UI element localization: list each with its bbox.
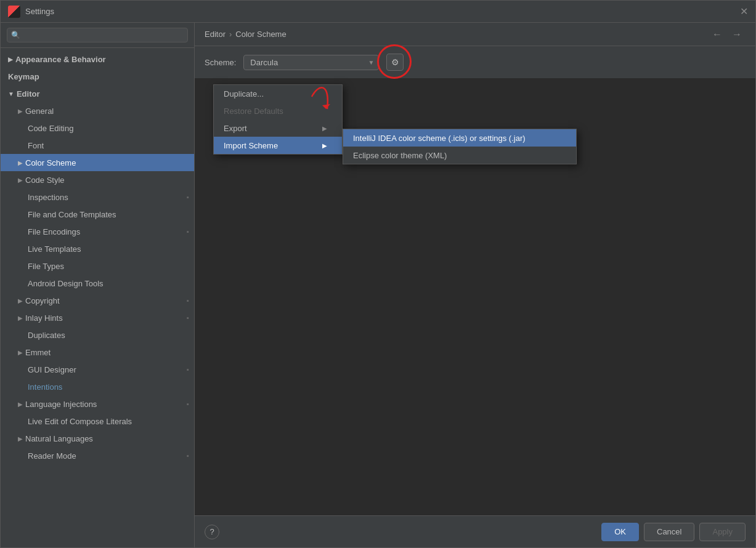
scheme-label: Scheme: — [205, 58, 236, 67]
sidebar-item-label: File and Code Templates — [28, 210, 116, 219]
window-title: Settings — [25, 7, 54, 16]
item-badge: ▪ — [187, 297, 189, 304]
apply-label: Apply — [712, 527, 733, 536]
item-badge: ▪ — [187, 452, 189, 459]
dropdown-item-duplicate[interactable]: Duplicate... — [214, 85, 342, 102]
sidebar-item-inlay-hints[interactable]: ▶ Inlay Hints ▪ — [1, 309, 194, 326]
search-wrapper: 🔍 — [7, 28, 188, 42]
sidebar-item-label: Live Templates — [28, 244, 81, 254]
intellij-scheme-label: IntelliJ IDEA color scheme (.icls) or se… — [353, 134, 526, 143]
item-badge: ▪ — [187, 228, 189, 235]
sidebar-item-intentions[interactable]: Intentions — [1, 378, 194, 395]
sidebar-item-label: Editor — [17, 89, 40, 99]
breadcrumb-separator: › — [229, 30, 232, 39]
sidebar-item-label: Color Scheme — [25, 158, 76, 167]
sidebar-item-label: Keymap — [8, 72, 39, 81]
item-badge: ▪ — [187, 314, 189, 321]
title-bar-left: Settings — [8, 6, 54, 18]
sidebar-item-live-templates[interactable]: Live Templates — [1, 240, 194, 257]
scheme-row: Scheme: Darcula Default High contrast ▼ … — [195, 46, 755, 78]
sidebar-item-label: General — [25, 107, 54, 116]
submenu-item-intellij-scheme[interactable]: IntelliJ IDEA color scheme (.icls) or se… — [343, 129, 576, 147]
ok-label: OK — [614, 527, 626, 536]
sidebar-item-label: Copyright — [25, 296, 60, 305]
sidebar-item-label: Inlay Hints — [25, 313, 63, 323]
sidebar-item-label: Code Style — [25, 175, 65, 185]
sidebar-item-emmet[interactable]: ▶ Emmet — [1, 344, 194, 361]
dropdown-overlay: Duplicate... Restore Defaults Export ▶ I… — [195, 78, 755, 515]
expand-arrow: ▶ — [18, 315, 23, 321]
scheme-select[interactable]: Darcula Default High contrast — [243, 55, 379, 70]
sidebar-item-editor[interactable]: ▼ Editor — [1, 85, 194, 102]
expand-arrow: ▶ — [18, 177, 23, 183]
sidebar-item-keymap[interactable]: Keymap — [1, 68, 194, 85]
sidebar-item-label: Live Edit of Compose Literals — [28, 417, 132, 426]
right-panel: Editor › Color Scheme ← → Scheme: Darcul… — [195, 23, 755, 547]
eclipse-theme-label: Eclipse color theme (XML) — [353, 151, 447, 160]
close-button[interactable]: ✕ — [740, 7, 748, 17]
sidebar-item-live-edit-compose[interactable]: Live Edit of Compose Literals — [1, 413, 194, 430]
sidebar: 🔍 ▶ Appearance & Behavior Keymap ▼ Edito… — [1, 23, 195, 547]
breadcrumb-color-scheme: Color Scheme — [235, 30, 286, 39]
nav-buttons: ← → — [709, 28, 746, 41]
cancel-label: Cancel — [657, 527, 681, 536]
sidebar-tree: ▶ Appearance & Behavior Keymap ▼ Editor … — [1, 48, 194, 547]
sidebar-item-general[interactable]: ▶ General — [1, 102, 194, 119]
sidebar-item-code-style[interactable]: ▶ Code Style — [1, 171, 194, 188]
sidebar-item-duplicates[interactable]: Duplicates — [1, 326, 194, 344]
item-badge: ▪ — [187, 400, 189, 408]
cancel-button[interactable]: Cancel — [644, 523, 694, 541]
sidebar-item-android-design-tools[interactable]: Android Design Tools — [1, 275, 194, 292]
breadcrumb-editor: Editor — [205, 30, 226, 39]
expand-arrow: ▶ — [18, 401, 23, 408]
dropdown-item-import-scheme[interactable]: Import Scheme ▶ — [214, 137, 342, 154]
sidebar-item-label: Appearance & Behavior — [15, 55, 106, 64]
scheme-select-wrapper: Darcula Default High contrast ▼ — [243, 55, 379, 70]
dropdown-item-export[interactable]: Export ▶ — [214, 119, 342, 137]
panel-main: Duplicate... Restore Defaults Export ▶ I… — [195, 78, 755, 515]
sidebar-item-code-editing[interactable]: Code Editing — [1, 119, 194, 137]
app-icon — [8, 6, 20, 18]
sidebar-item-label: Font — [28, 141, 44, 150]
sidebar-item-copyright[interactable]: ▶ Copyright ▪ — [1, 292, 194, 309]
sidebar-item-label: Reader Mode — [28, 451, 76, 461]
sidebar-item-language-injections[interactable]: ▶ Language Injections ▪ — [1, 395, 194, 413]
sidebar-item-inspections[interactable]: Inspections ▪ — [1, 188, 194, 206]
sidebar-item-label: Emmet — [25, 348, 51, 357]
sidebar-item-label: Inspections — [28, 193, 68, 202]
forward-button[interactable]: → — [728, 28, 746, 41]
gear-button[interactable]: ⚙ — [386, 54, 404, 71]
sidebar-item-label: File Types — [28, 262, 64, 271]
sidebar-item-gui-designer[interactable]: GUI Designer ▪ — [1, 361, 194, 378]
breadcrumb: Editor › Color Scheme — [205, 30, 287, 39]
search-input[interactable] — [7, 28, 188, 42]
sidebar-item-label: Natural Languages — [25, 434, 93, 443]
expand-arrow: ▶ — [18, 297, 23, 304]
help-button[interactable]: ? — [205, 525, 219, 539]
dropdown-item-restore-defaults: Restore Defaults — [214, 102, 342, 119]
title-bar: Settings ✕ — [1, 1, 755, 23]
sidebar-item-file-encodings[interactable]: File Encodings ▪ — [1, 223, 194, 240]
ok-button[interactable]: OK — [601, 523, 639, 541]
expand-arrow: ▶ — [8, 56, 13, 63]
search-icon: 🔍 — [11, 31, 20, 39]
import-scheme-label: Import Scheme — [224, 141, 278, 150]
sidebar-item-appearance[interactable]: ▶ Appearance & Behavior — [1, 50, 194, 68]
sidebar-item-label: File Encodings — [28, 227, 80, 236]
sidebar-item-natural-languages[interactable]: ▶ Natural Languages — [1, 430, 194, 447]
sidebar-item-label: Intentions — [28, 382, 62, 392]
submenu-item-eclipse-theme[interactable]: Eclipse color theme (XML) — [343, 147, 576, 164]
expand-arrow: ▶ — [18, 349, 23, 356]
sidebar-item-file-code-templates[interactable]: File and Code Templates — [1, 206, 194, 223]
submenu-arrow-icon: ▶ — [322, 125, 327, 132]
sidebar-item-color-scheme[interactable]: ▶ Color Scheme — [1, 154, 194, 171]
sidebar-item-label: Code Editing — [28, 124, 73, 133]
sidebar-item-font[interactable]: Font — [1, 137, 194, 154]
apply-button[interactable]: Apply — [699, 523, 746, 541]
submenu-arrow-icon: ▶ — [322, 142, 327, 149]
back-button[interactable]: ← — [709, 28, 726, 41]
item-badge: ▪ — [187, 193, 189, 201]
help-label: ? — [209, 527, 214, 536]
sidebar-item-reader-mode[interactable]: Reader Mode ▪ — [1, 447, 194, 464]
sidebar-item-file-types[interactable]: File Types — [1, 257, 194, 275]
